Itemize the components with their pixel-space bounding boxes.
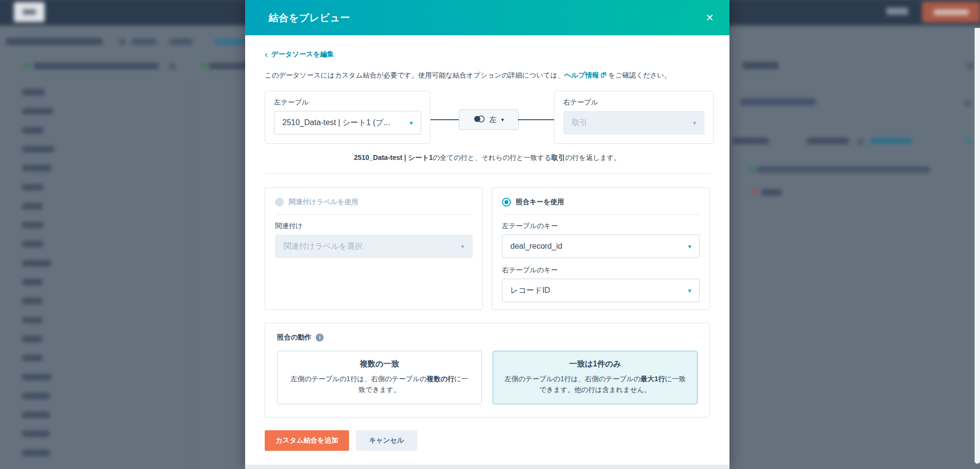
bg-row-text-placeholder — [23, 317, 42, 323]
match-key-radio-row[interactable]: 照合キーを使用 — [502, 198, 700, 207]
left-table-select[interactable]: 2510_Data-test | シート1 (プ... ▾ — [274, 111, 421, 134]
bg-row-text-placeholder — [23, 374, 51, 380]
bg-toolbar-text-placeholder — [170, 39, 192, 45]
background-column-divider — [192, 77, 192, 469]
bg-row-text-placeholder — [23, 298, 42, 304]
info-icon[interactable]: i — [316, 334, 324, 341]
bg-text-placeholder — [807, 138, 849, 144]
bg-caret-placeholder — [170, 64, 176, 70]
radio-unchecked-icon — [275, 198, 284, 207]
preview-join-modal: 結合をプレビュー ✕ ‹ データソースを編集 このデータソースにはカスタム結合が… — [245, 0, 729, 469]
bg-source-status-dot — [201, 63, 206, 69]
bg-caret-placeholder — [965, 100, 971, 106]
bg-row-text-placeholder — [23, 203, 42, 209]
bg-row-text-placeholder — [23, 146, 54, 152]
left-join-venn-icon — [474, 115, 485, 125]
join-summary-text: 2510_Data-test | シート1の全ての行と、それらの行と一致する取引… — [265, 154, 710, 162]
bg-toolbar-icon-placeholder — [119, 39, 126, 45]
chevron-down-icon: ▾ — [403, 119, 413, 127]
add-custom-join-button[interactable]: カスタム結合を追加 — [265, 430, 349, 451]
chevron-down-icon: ▾ — [455, 243, 464, 250]
bg-right-panel-title-placeholder — [743, 62, 779, 69]
bg-text-placeholder — [761, 189, 781, 195]
left-table-value: 2510_Data-test | シート1 (プ... — [282, 118, 390, 128]
bg-row-text-placeholder — [23, 336, 42, 342]
bg-row-text-placeholder — [23, 393, 50, 399]
bg-row-text-placeholder — [23, 412, 50, 418]
option-multiple-matches[interactable]: 複数の一致 左側のテーブルの1行は、右側のテーブルの複数の行に一致できます。 — [277, 351, 482, 404]
modal-header: 結合をプレビュー ✕ — [245, 0, 729, 35]
chevron-down-icon: ▾ — [682, 287, 691, 294]
bg-column-header-placeholder — [34, 63, 159, 69]
right-table-select: 取引 ▾ — [563, 111, 704, 134]
bg-row-text-placeholder — [23, 108, 53, 114]
join-type-select[interactable]: 左 ▾ — [459, 109, 519, 130]
bg-source-status-dot — [24, 63, 29, 69]
association-label-select: 関連付けラベルを選択 ▾ — [275, 234, 473, 258]
chevron-down-icon: ▾ — [687, 119, 696, 127]
right-table-box: 右テーブル 取引 ▾ — [554, 91, 714, 144]
bg-toolbar-link-placeholder — [215, 39, 246, 45]
right-table-value: 取引 — [572, 118, 587, 128]
bg-row-text-placeholder — [23, 355, 42, 361]
back-link-label: データソースを編集 — [271, 50, 334, 59]
edit-datasource-back-link[interactable]: ‹ データソースを編集 — [265, 50, 334, 59]
right-table-label: 右テーブル — [563, 98, 704, 107]
left-key-select[interactable]: deal_record_id ▾ — [502, 234, 700, 258]
right-key-select[interactable]: レコードID ▾ — [502, 279, 700, 302]
bg-link-placeholder — [871, 138, 912, 144]
chevron-down-icon: ▾ — [501, 116, 504, 123]
association-placeholder: 関連付けラベルを選択 — [283, 241, 363, 252]
join-connector-line — [430, 119, 459, 120]
match-behavior-title-row: 照合の動作 i — [277, 333, 698, 342]
bg-teal-dot — [967, 138, 972, 144]
right-key-label: 右テーブルのキー — [502, 266, 700, 275]
modal-title: 結合をプレビュー — [269, 11, 350, 25]
match-behavior-options: 複数の一致 左側のテーブルの1行は、右側のテーブルの複数の行に一致できます。 一… — [277, 351, 698, 404]
match-behavior-title: 照合の動作 — [277, 333, 311, 342]
bg-row-text-placeholder — [23, 222, 43, 228]
bg-right-field-placeholder — [740, 98, 816, 105]
bg-source-name-placeholder — [756, 167, 930, 173]
join-diagram: 左テーブル 2510_Data-test | シート1 (プ... ▾ 左 ▾ … — [265, 91, 710, 142]
navbar-back-button — [14, 2, 45, 22]
bg-row-text-placeholder — [23, 241, 43, 247]
modal-footer: カスタム結合を追加 キャンセル — [265, 430, 710, 451]
help-link[interactable]: ヘルプ情報 — [564, 71, 599, 79]
join-connector-line — [518, 119, 554, 120]
bg-icon-placeholder — [857, 139, 863, 145]
bg-dataset-title-placeholder — [6, 38, 102, 45]
bg-source-status-dot — [749, 167, 754, 172]
association-radio-row: 関連付けラベルを使用 — [275, 198, 473, 207]
bg-text-placeholder — [733, 138, 769, 144]
external-link-icon — [601, 71, 606, 81]
modal-bottom-strip — [245, 465, 729, 469]
bg-right-panel-icon-placeholder — [968, 63, 974, 69]
bg-row-text-placeholder — [23, 128, 43, 133]
option-single-match[interactable]: 一致は1件のみ 左側のテーブルの1行は、右側のテーブルの最大1行に一致できます。… — [493, 351, 698, 404]
close-icon[interactable]: ✕ — [703, 0, 717, 35]
navbar-save-label — [886, 7, 908, 15]
left-table-label: 左テーブル — [274, 98, 421, 107]
navbar-primary-button — [922, 1, 980, 22]
association-radio-label: 関連付けラベルを使用 — [289, 198, 358, 207]
chevron-down-icon: ▾ — [682, 243, 691, 250]
left-key-value: deal_record_id — [510, 242, 562, 251]
bg-warning-dot — [752, 189, 757, 194]
match-key-panel: 照合キーを使用 左テーブルのキー deal_record_id ▾ 右テーブルの… — [492, 187, 710, 310]
modal-body: ‹ データソースを編集 このデータソースにはカスタム結合が必要です。使用可能な結… — [245, 35, 729, 465]
association-field-label: 関連付け — [275, 222, 473, 231]
left-key-label: 左テーブルのキー — [502, 222, 700, 231]
page-scrollbar[interactable] — [975, 28, 980, 464]
match-behavior-section: 照合の動作 i 複数の一致 左側のテーブルの1行は、右側のテーブルの複数の行に一… — [265, 323, 710, 417]
bg-row-text-placeholder — [23, 184, 43, 190]
match-key-radio-label: 照合キーを使用 — [516, 198, 564, 207]
cancel-button[interactable]: キャンセル — [356, 430, 418, 451]
bg-row-text-placeholder — [23, 279, 42, 285]
join-type-value: 左 — [489, 115, 497, 125]
bg-row-text-placeholder — [23, 431, 50, 437]
intro-text: このデータソースにはカスタム結合が必要です。使用可能な結合オプションの詳細につい… — [265, 70, 710, 81]
radio-checked-icon[interactable] — [502, 198, 511, 207]
panel-divider — [275, 214, 473, 215]
bg-row-text-placeholder — [23, 165, 51, 171]
